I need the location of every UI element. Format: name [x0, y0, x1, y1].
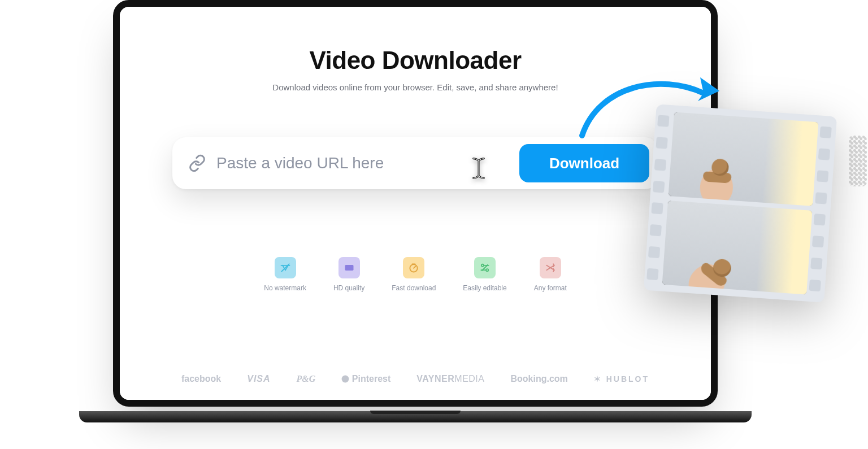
- filmstrip-preview: [644, 104, 837, 303]
- brand-hublot: ✶ HUBLOT: [594, 374, 649, 383]
- no-watermark-icon: [275, 257, 296, 278]
- page-title: Video Downloader: [309, 46, 521, 75]
- brand-logos-row: facebook VISA P&G Pinterest VAYNERMEDIA …: [120, 374, 711, 384]
- hd-quality-icon: [338, 257, 360, 278]
- brand-vaynermedia: VAYNERMEDIA: [416, 374, 484, 384]
- brand-pg: P&G: [297, 374, 316, 384]
- feature-label: Easily editable: [463, 284, 506, 292]
- page-subtitle: Download videos online from your browser…: [272, 82, 558, 92]
- brand-visa: VISA: [247, 374, 270, 384]
- feature-label: HD quality: [333, 284, 364, 292]
- feature-any-format: Any format: [534, 257, 567, 292]
- fast-download-icon: [403, 257, 424, 278]
- any-format-icon: [540, 257, 561, 278]
- url-input-card: Download: [172, 137, 658, 189]
- feature-label: No watermark: [264, 284, 306, 292]
- app-screen: Video Downloader Download videos online …: [120, 7, 711, 400]
- laptop-mockup: Video Downloader Download videos online …: [113, 0, 718, 418]
- download-button[interactable]: Download: [519, 144, 649, 182]
- feature-fast-download: Fast download: [392, 257, 436, 292]
- video-url-input[interactable]: [216, 154, 519, 172]
- film-frame-1: [669, 112, 819, 206]
- feature-easily-editable: Easily editable: [463, 257, 506, 292]
- brand-facebook: facebook: [181, 374, 221, 384]
- decorative-texture: [849, 136, 867, 186]
- feature-label: Fast download: [392, 284, 436, 292]
- feature-row: No watermark HD quality Fast download: [264, 257, 567, 292]
- brand-hublot-label: HUBLOT: [606, 374, 649, 383]
- svg-point-5: [342, 376, 349, 383]
- feature-hd-quality: HD quality: [333, 257, 364, 292]
- brand-booking: Booking.com: [510, 374, 567, 384]
- brand-pinterest: Pinterest: [341, 374, 390, 384]
- laptop-base: [79, 411, 752, 422]
- feature-label: Any format: [534, 284, 567, 292]
- feature-no-watermark: No watermark: [264, 257, 306, 292]
- brand-pinterest-label: Pinterest: [352, 374, 390, 383]
- link-icon: [188, 154, 206, 172]
- film-frame-2: [662, 200, 813, 294]
- laptop-bezel: Video Downloader Download videos online …: [113, 0, 718, 407]
- easily-editable-icon: [474, 257, 496, 278]
- svg-rect-1: [345, 265, 353, 271]
